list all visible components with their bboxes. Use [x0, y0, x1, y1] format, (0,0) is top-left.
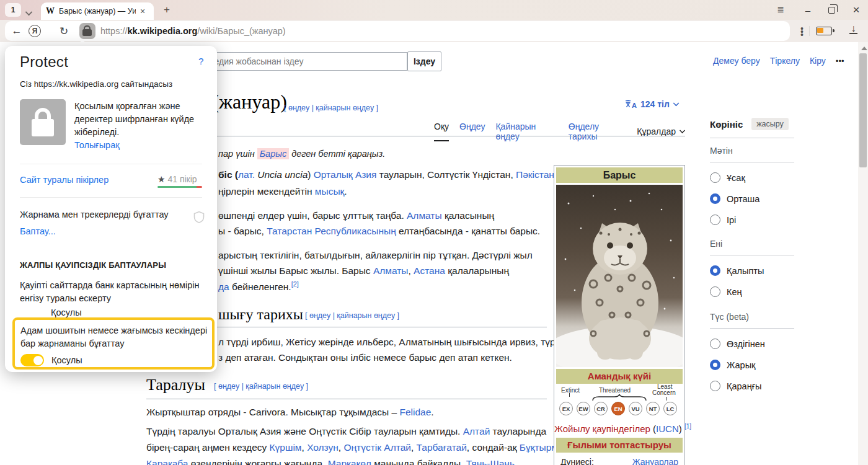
lat-link[interactable]: лат. — [238, 169, 255, 180]
scrollbar-thumb[interactable] — [859, 53, 867, 167]
least-concern-tick — [666, 397, 667, 401]
adblock-setup-link[interactable]: Баптау... — [20, 226, 56, 236]
text-large-option[interactable]: Ірі — [710, 215, 797, 225]
radio-icon[interactable] — [710, 339, 720, 349]
width-standard-option[interactable]: Қалыпты — [710, 265, 797, 276]
pakistan-link[interactable]: Пәкістан — [516, 169, 554, 180]
protect-help-link[interactable]: ? — [198, 56, 203, 66]
status-ex: EX — [559, 402, 573, 415]
highlighted-setting-box: Адам шошитын немесе жағымсыз кескіндеріб… — [12, 317, 215, 370]
scrollbar-up-arrow[interactable] — [861, 46, 867, 50]
radio-icon[interactable] — [710, 215, 720, 225]
details-link[interactable]: Толығырақ — [74, 140, 120, 150]
refresh-icon[interactable]: ↻ — [52, 25, 76, 38]
cat-link[interactable]: мысық — [315, 186, 344, 197]
tab-list-chevron-icon[interactable] — [26, 6, 32, 17]
color-light-option[interactable]: Жарық — [710, 360, 797, 370]
altai-link[interactable]: Алтай — [463, 426, 490, 436]
radio-icon[interactable] — [710, 172, 720, 183]
kingdom-link[interactable]: Жануарлар — [632, 457, 678, 465]
browser-window: 1 W Барыс (жануар) — Уик × + ≡ – × ← Я ↻… — [0, 0, 868, 465]
status-line: Жойылу қаупіндегілер (IUCN) [1] — [554, 423, 684, 434]
svg-text:A: A — [632, 102, 637, 109]
download-icon[interactable]: ↓ — [849, 25, 857, 34]
text-standard-option[interactable]: Орташа — [710, 193, 797, 204]
register-link[interactable]: Тіркелу — [770, 56, 800, 66]
shield-icon[interactable] — [193, 211, 205, 223]
title-edit-links[interactable]: [ өңдеу | қайнарын өңдеу ] — [284, 104, 378, 112]
languages-button[interactable]: A 124 тіл — [625, 99, 679, 109]
width-wide-option[interactable]: Кең — [710, 286, 797, 297]
view-tabs: Оқу Өңдеу Қайнарын өңдеу Өңделу тарихы Қ… — [434, 122, 685, 141]
paragraph-line: з деп атаған. Сондықтан оны ілбіс немесе… — [218, 352, 512, 363]
color-auto-option[interactable]: Өздігінен — [710, 339, 797, 349]
new-tab-button[interactable]: + — [159, 2, 175, 17]
color-dark-option[interactable]: Қараңғы — [710, 381, 797, 391]
tab-edit[interactable]: Өңдеу — [459, 122, 485, 141]
login-link[interactable]: Кіру — [810, 56, 826, 66]
section-edit-links[interactable]: [ өңдеу | қайнарын өңдеу ] — [214, 382, 308, 391]
section-edit-links[interactable]: [ өңдеу | қайнарын өңдеу ] — [305, 311, 399, 320]
battery-icon[interactable] — [816, 27, 832, 38]
minimize-button[interactable]: – — [796, 0, 820, 20]
active-tab[interactable]: W Барыс (жануар) — Уик × — [41, 2, 154, 20]
reviews-count: ★ 41 пікір — [157, 174, 197, 184]
reference-link[interactable]: [2] — [291, 280, 299, 288]
close-window-button[interactable]: × — [844, 0, 868, 20]
tatarstan-link[interactable]: Татарстан Республикасының — [267, 226, 396, 236]
security-section-title: ЖАЛПЫ ҚАУІПСІЗДІК БАПТАУЛАРЫ — [20, 260, 166, 270]
donate-link[interactable]: Демеу беру — [713, 56, 760, 66]
search-input[interactable] — [185, 52, 407, 71]
almaty-link[interactable]: Алматы — [407, 210, 442, 221]
restore-button[interactable] — [820, 0, 843, 20]
paragraph-line: біс (лат. Uncia uncia) Орталық Азия таул… — [218, 169, 557, 180]
radio-selected-icon[interactable] — [710, 193, 720, 204]
back-icon[interactable]: ← — [5, 25, 29, 37]
browser-menu-icon[interactable]: ≡ — [769, 0, 792, 20]
site-reviews-link[interactable]: Сайт туралы пікірлер — [20, 175, 108, 185]
extensions-dots-icon[interactable]: ••• — [800, 27, 804, 37]
shock-ads-toggle[interactable] — [20, 354, 44, 366]
adblock-label: Жарнама мен трекерлерді бұғаттау — [20, 210, 169, 219]
conservation-scale: Extinct Threatened Least Concern EX EW C… — [554, 386, 684, 420]
status-vu: VU — [629, 402, 642, 415]
protect-site-line: Сіз https://kk.wikipedia.org сайтындасыз — [20, 79, 172, 89]
tab-bar: 1 W Барыс (жануар) — Уик × + ≡ – × — [0, 0, 868, 20]
panel-divider — [20, 197, 202, 198]
url-field[interactable]: ← Я ↻ https://kk.wikipedia.org/wiki/Бары… — [5, 21, 790, 41]
hide-appearance-button[interactable]: жасыру — [751, 118, 789, 130]
hatnote-link[interactable]: Барыс — [257, 148, 290, 159]
radio-icon[interactable] — [710, 286, 720, 297]
user-links: Демеу беру Тіркелу Кіру ••• — [713, 56, 844, 66]
paragraph-line: Жыртқыштар отряды - Carivora. Мысықтар т… — [146, 407, 434, 418]
text-small-option[interactable]: Ұсақ — [710, 172, 797, 183]
astana-link[interactable]: Астана — [414, 265, 445, 276]
tab-history[interactable]: Өңделу тарихы — [569, 122, 627, 141]
paragraph-line: өшпенді елдер үшін, барыс ұлттық таңба. … — [218, 210, 494, 221]
extinct-tick — [569, 393, 570, 397]
central-asia-link[interactable]: Орталық Азия — [314, 169, 377, 180]
paragraph-line: л түрді ирбиш, Жетісу жерінде ильберс, А… — [218, 337, 562, 348]
felidae-link[interactable]: Felidae — [399, 407, 431, 417]
reference-link[interactable]: [1] — [684, 423, 691, 430]
appearance-title: Көрініс — [710, 119, 743, 130]
radio-selected-icon[interactable] — [710, 265, 720, 276]
almaty-link[interactable]: Алматы — [373, 265, 409, 276]
radio-icon[interactable] — [710, 381, 720, 391]
protect-panel: Protect ? Сіз https://kk.wikipedia.org с… — [5, 46, 217, 372]
tab-close-icon[interactable]: × — [140, 6, 145, 16]
panel-divider — [20, 164, 202, 164]
snow-leopard-image[interactable] — [556, 185, 683, 367]
tab-tools[interactable]: Құралдар — [637, 122, 685, 141]
yandex-icon[interactable]: Я — [29, 25, 52, 37]
tab-count-button[interactable]: 1 — [5, 3, 21, 17]
site-lock-icon[interactable] — [79, 23, 95, 39]
tabs-divider — [146, 136, 685, 136]
more-options-icon[interactable]: ••• — [836, 56, 844, 66]
tab-read[interactable]: Оқу — [434, 122, 449, 141]
radio-selected-icon[interactable] — [710, 360, 720, 370]
chevron-down-icon — [673, 100, 680, 106]
iucn-link[interactable]: IUCN — [656, 423, 679, 434]
tab-edit-source[interactable]: Қайнарын өңдеу — [495, 122, 557, 141]
search-button[interactable]: Іздеу — [407, 51, 441, 71]
